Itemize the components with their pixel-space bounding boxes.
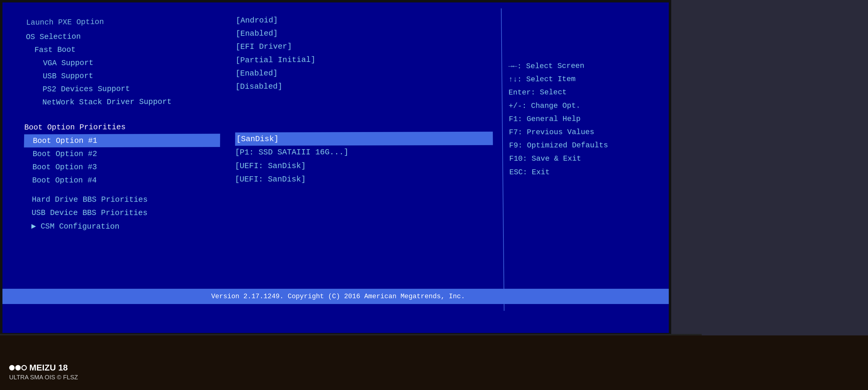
monitor-screen: Launch PXE Option OS Selection Fast Boot… [0,0,671,335]
help-enter-select: Enter: Select [508,86,658,99]
menu-item-ps2-devices[interactable]: PS2 Devices Support [25,82,220,96]
meizu-model: ULTRA SMA OIS © FLSZ [9,374,78,381]
menu-item-boot-option-4[interactable]: Boot Option #4 [23,173,220,187]
help-f7: F7: Previous Values [509,125,659,139]
help-f1: F1: General Help [508,112,658,126]
circle-2 [15,365,21,370]
help-f9: F9: Optimized Defaults [509,138,659,152]
meizu-name: MEIZU 18 [29,363,68,372]
menu-item-boot-option-1[interactable]: Boot Option #1 [24,134,220,147]
camera-brand: MEIZU 18 ULTRA SMA OIS © FLSZ [9,363,78,381]
circle-3 [21,365,27,370]
menu-item-usb-bbs[interactable]: USB Device BBS Priorities [23,206,220,220]
menu-item-csm[interactable]: ▶ CSM Configuration [22,220,219,233]
menu-item-boot-option-3[interactable]: Boot Option #3 [24,160,220,174]
menu-item-network-stack[interactable]: NetWork Stack Driver Support [25,95,221,109]
separator-2 [23,187,220,193]
help-esc: ESC: Exit [509,165,659,179]
value-sandisk: [SanDisk] [235,132,493,146]
menu-item-os-selection[interactable]: OS Selection [26,29,221,44]
center-spacer [235,92,493,133]
value-android: [Android] [236,11,492,27]
value-enabled-2: [Enabled] [236,65,492,80]
menu-item-usb-support[interactable]: USB Support [25,68,221,83]
right-panel: →←: Select Screen ↑↓: Select Item Enter:… [501,7,668,312]
status-bar-text: Version 2.17.1249. Copyright (C) 2016 Am… [211,293,465,300]
separator-1 [24,108,220,115]
value-enabled-1: [Enabled] [236,25,492,40]
value-p1-ssd: [P1: SSD SATAIII 16G...] [235,145,493,159]
center-panel: [Android] [Enabled] [EFI Driver] [Partia… [225,8,504,311]
value-disabled: [Disabled] [236,78,493,93]
menu-item-boot-option-2[interactable]: Boot Option #2 [24,147,220,161]
value-partial-initial: [Partial Initial] [236,52,492,67]
desk-surface [0,335,868,390]
circle-1 [9,365,14,370]
help-f10: F10: Save & Exit [509,152,659,166]
help-change-opt: +/-: Change Opt. [508,98,658,112]
menu-item-fast-boot[interactable]: Fast Boot [26,42,221,57]
bios-content: Launch PXE Option OS Selection Fast Boot… [6,1,671,335]
left-panel: Launch PXE Option OS Selection Fast Boot… [15,11,227,309]
value-uefi-sandisk-2: [UEFI: SanDisk] [235,172,493,186]
status-bar: Version 2.17.1249. Copyright (C) 2016 Am… [2,289,671,304]
help-select-screen: →←: Select Screen [508,59,657,73]
value-uefi-sandisk-1: [UEFI: SanDisk] [235,159,493,172]
photo-frame: Launch PXE Option OS Selection Fast Boot… [0,0,868,390]
meizu-logo: MEIZU 18 [9,363,78,372]
menu-item-boot-priorities: Boot Option Priorities [24,120,220,134]
help-select-item: ↑↓: Select Item [508,72,657,86]
menu-item-vga-support[interactable]: VGA Support [25,55,221,70]
menu-item-launch-pxe[interactable]: Launch PXE Option [26,14,221,29]
value-efi-driver: [EFI Driver] [236,38,492,53]
right-panel-top-spacer [508,10,657,60]
menu-item-hdd-bbs[interactable]: Hard Drive BBS Priorities [23,193,220,206]
bios-layout: Launch PXE Option OS Selection Fast Boot… [15,7,669,312]
meizu-circles [9,365,27,370]
